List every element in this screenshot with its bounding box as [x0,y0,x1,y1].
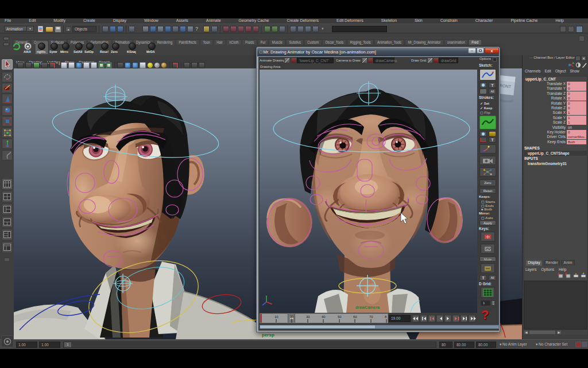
svg-text:50: 50 [338,315,342,319]
svg-text:8: 8 [385,315,387,319]
svg-text:40: 40 [322,315,326,319]
svg-text:70: 70 [369,315,373,319]
svg-text:drawCamera: drawCamera [355,305,380,309]
svg-text:60: 60 [353,315,357,319]
svg-text:20: 20 [290,315,294,319]
svg-text:persp: persp [262,332,274,338]
svg-text:30: 30 [306,315,310,319]
svg-text:10: 10 [274,315,278,319]
